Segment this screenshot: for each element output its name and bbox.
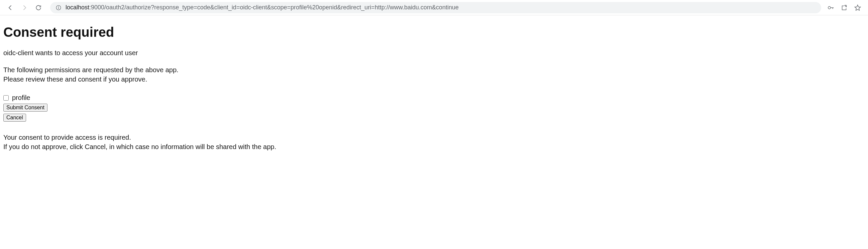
back-button[interactable] xyxy=(5,2,16,13)
svg-point-2 xyxy=(58,6,59,7)
address-bar[interactable]: localhost:9000/oauth2/authorize?response… xyxy=(50,2,821,13)
url-path: :9000/oauth2/authorize?response_type=cod… xyxy=(89,4,459,11)
consent-page: Consent required oidc-client wants to ac… xyxy=(0,15,868,155)
footer-line-2: If you do not approve, click Cancel, in … xyxy=(3,143,276,150)
perm-line-2: Please review these and consent if you a… xyxy=(3,75,147,83)
cancel-button[interactable]: Cancel xyxy=(3,114,26,122)
arrow-left-icon xyxy=(7,4,14,11)
bookmark-star-icon[interactable] xyxy=(854,4,861,11)
browser-toolbar: localhost:9000/oauth2/authorize?response… xyxy=(0,0,868,15)
toolbar-right-icons xyxy=(827,4,863,11)
permission-instructions: The following permissions are requested … xyxy=(3,65,865,84)
url-text: localhost:9000/oauth2/authorize?response… xyxy=(65,4,459,11)
password-key-icon[interactable] xyxy=(827,4,835,11)
scope-row: profile xyxy=(3,94,865,102)
share-icon[interactable] xyxy=(841,4,848,11)
perm-line-1: The following permissions are requested … xyxy=(3,66,179,73)
footer-line-1: Your consent to provide access is requir… xyxy=(3,134,131,141)
page-title: Consent required xyxy=(3,25,865,40)
svg-point-3 xyxy=(828,6,831,9)
forward-button[interactable] xyxy=(19,2,30,13)
scope-label-profile: profile xyxy=(12,94,30,102)
arrow-right-icon xyxy=(21,4,28,11)
site-info-icon[interactable] xyxy=(56,5,62,11)
access-description: oidc-client wants to access your account… xyxy=(3,49,865,57)
consent-footer: Your consent to provide access is requir… xyxy=(3,133,865,151)
reload-button[interactable] xyxy=(33,2,44,13)
reload-icon xyxy=(35,4,42,11)
url-host: localhost xyxy=(65,4,89,11)
submit-consent-button[interactable]: Submit Consent xyxy=(3,104,48,112)
scope-checkbox-profile[interactable] xyxy=(3,95,9,101)
